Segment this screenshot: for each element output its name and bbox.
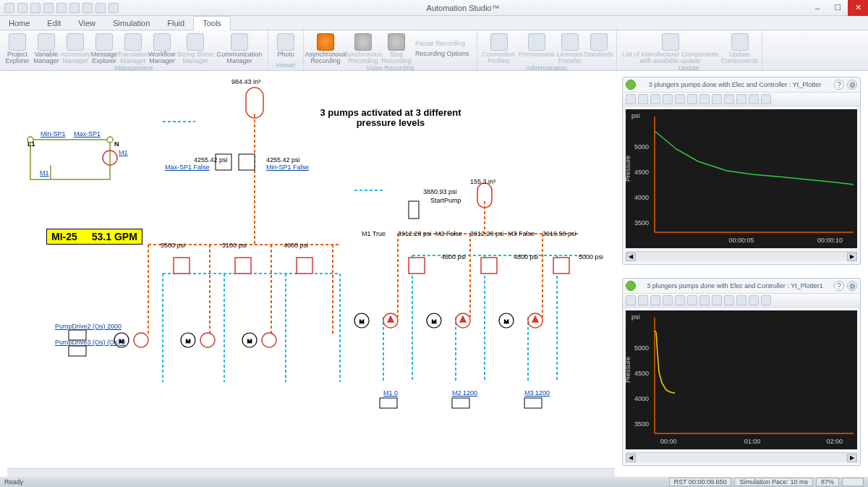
sync-recording-button[interactable]: SynchronousRecording [344,32,382,64]
plot2-export-icon[interactable] [724,295,734,305]
plot1-snap-icon[interactable] [638,94,648,104]
plot1-view-icon[interactable] [749,94,759,104]
max-sp1-false-link[interactable]: Max-SP1 False [165,164,210,171]
qat-redo-icon[interactable] [69,3,80,13]
plot1-help-icon[interactable]: ? [834,80,844,90]
connection-profiles-button[interactable]: ConnectionProfiles [480,32,518,64]
pressure-4255-left: 4255.42 psi [194,156,228,164]
plot1-settings-icon[interactable]: ⚙ [847,80,857,90]
plot1-fit-icon[interactable] [687,94,697,104]
translation-manager-button[interactable]: TranslationManager [119,32,148,64]
close-button[interactable]: ✕ [848,0,868,16]
plot1-grid-icon[interactable] [736,94,746,104]
plot2-scroll-left-icon[interactable]: ◀ [626,454,636,462]
plot1-more-icon[interactable] [761,94,771,104]
sizing-sheet-manager-button[interactable]: Sizing SheetManager [176,32,214,64]
plot1-toolbar [623,92,860,106]
plot2-scroll-right-icon[interactable]: ▶ [847,454,857,462]
plot2-snap-icon[interactable] [638,295,648,305]
qat-save-icon[interactable] [43,3,54,13]
communication-manager-button[interactable]: CommunicationManager [214,32,265,64]
workflow-manager-button[interactable]: WorkflowManager [148,32,176,64]
pump-drive3-link[interactable]: PumpDrive3 (Os) (Os) 0 [55,339,125,346]
plot2-play-icon[interactable] [626,281,636,291]
qat-undo-icon[interactable] [56,3,67,13]
plot1-chart[interactable]: psi Pressure 3500 4000 4500 5000 00:00:0… [626,109,857,248]
max-sp1-link[interactable]: Max-SP1 [74,130,101,137]
min-sp1-false-link[interactable]: Min-SP1 False [266,164,309,171]
m2-1200-link[interactable]: M2 1200 [452,389,477,397]
recording-options-button[interactable]: Recording Options [415,50,469,57]
m3-1200-link[interactable]: M3 1200 [524,389,550,397]
variable-manager-button[interactable]: VariableManager [32,32,61,64]
plot1-scrollbar[interactable]: ◀ ▶ [626,251,857,261]
plot1-play-icon[interactable] [626,80,636,90]
tank1-value: 984.43 in³ [231,78,260,85]
m1-0-link[interactable]: M1 0 [383,389,398,397]
ribbon-tabs: Home Edit View Simulation Fluid Tools [0,16,868,30]
qat-new-icon[interactable] [17,3,27,13]
plot2-scrollbar[interactable]: ◀ ▶ [626,452,857,462]
status-zoom-slider[interactable] [842,478,864,486]
plot2-grid-icon[interactable] [736,295,746,305]
plot2-cursor-icon[interactable] [650,295,660,305]
plot2-chart[interactable]: psi Pressure 3500 4000 4500 5000 00:00 0… [626,310,857,449]
plot1-scroll-left-icon[interactable]: ◀ [626,253,636,261]
plot2-marker-icon[interactable] [699,295,710,305]
qat-more-icon[interactable] [109,3,119,13]
list-components-button[interactable]: List of Manufacturer Componentswith avai… [620,32,721,64]
tab-home[interactable]: Home [0,17,38,30]
plot2-view-icon[interactable] [749,295,759,305]
app-icon[interactable] [4,3,14,13]
plot1-zoomout-icon[interactable] [675,94,685,104]
plot1-zoomin-icon[interactable] [663,94,673,104]
plot1-cursor-icon[interactable] [650,94,660,104]
minimize-button[interactable]: – [807,0,827,16]
min-sp1-link[interactable]: Min-SP1 [41,130,66,137]
svg-rect-19 [297,258,312,274]
photo-button[interactable]: Photo [271,32,300,62]
tab-edit[interactable]: Edit [38,17,69,30]
accessory-manager-button[interactable]: AccessoryManager [61,32,90,64]
plot2-toolbar [623,293,860,308]
plot2-zoomin-icon[interactable] [663,295,673,305]
plot2-settings-icon[interactable]: ⚙ [847,281,857,291]
plot1-scroll-right-icon[interactable]: ▶ [847,253,857,261]
standards-button[interactable]: Standards [584,32,613,64]
stop-recording-button[interactable]: StopRecording [382,32,411,64]
p-5500: 5500 psi [161,242,185,249]
plot1-marker-icon[interactable] [699,94,710,104]
tab-tools[interactable]: Tools [193,16,231,30]
update-components-button[interactable]: UpdateComponents [721,32,759,64]
plot1-clear-icon[interactable] [712,94,722,104]
async-recording-button[interactable]: AsynchronousRecording [307,32,344,64]
svg-text:M: M [359,318,365,325]
plot1-pause-icon[interactable] [626,94,636,104]
licenses-button[interactable]: LicensesTransfer [556,32,584,64]
qat-help-icon[interactable] [95,3,106,13]
tab-view[interactable]: View [69,17,104,30]
permissions-button[interactable]: Permissions [518,32,556,64]
plot2-help-icon[interactable]: ? [834,281,844,291]
tab-fluid[interactable]: Fluid [158,17,193,30]
project-explorer-button[interactable]: ProjectExplorer [3,32,32,64]
svg-point-2 [107,137,113,143]
tab-simulation[interactable]: Simulation [104,17,158,30]
canvas-horizontal-scrollbar[interactable] [7,468,615,477]
plot1-export-icon[interactable] [724,94,734,104]
app-title: Automation Studio™ [119,4,807,12]
qat-print-icon[interactable] [82,3,93,13]
m1-top-link[interactable]: M1 [119,149,128,156]
pump-drive2-link[interactable]: PumpDrive2 (Os) 2000 [55,323,122,330]
pause-recording-button[interactable]: Pause Recording [415,40,469,47]
qat-open-icon[interactable] [30,3,41,13]
message-explorer-button[interactable]: MessageExplorer [90,32,119,64]
plot2-zoomout-icon[interactable] [675,295,685,305]
plot2-more-icon[interactable] [761,295,771,305]
schematic-canvas[interactable]: 3 pumps activated at 3 different pressur… [7,71,615,467]
plot2-pause-icon[interactable] [626,295,636,305]
plot2-clear-icon[interactable] [712,295,722,305]
plot2-fit-icon[interactable] [687,295,697,305]
maximize-button[interactable]: ☐ [827,0,848,16]
m1-lower-link[interactable]: M1 [40,169,49,177]
